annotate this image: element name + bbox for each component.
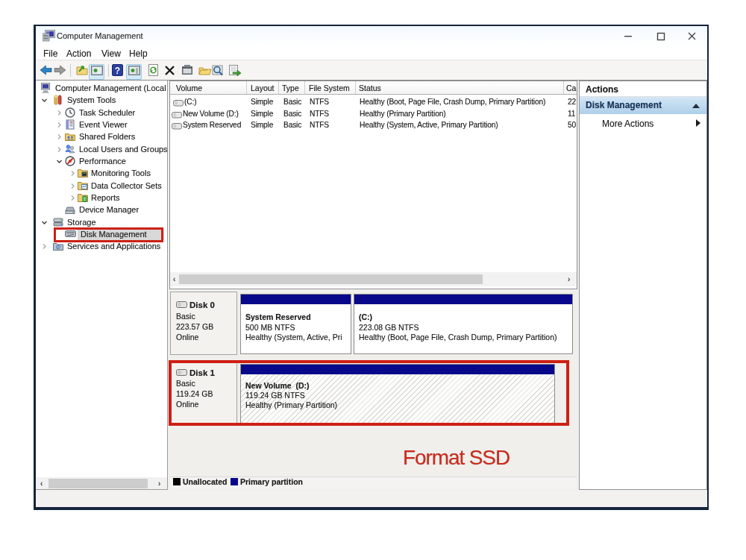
svg-text:?: ? xyxy=(115,66,120,76)
